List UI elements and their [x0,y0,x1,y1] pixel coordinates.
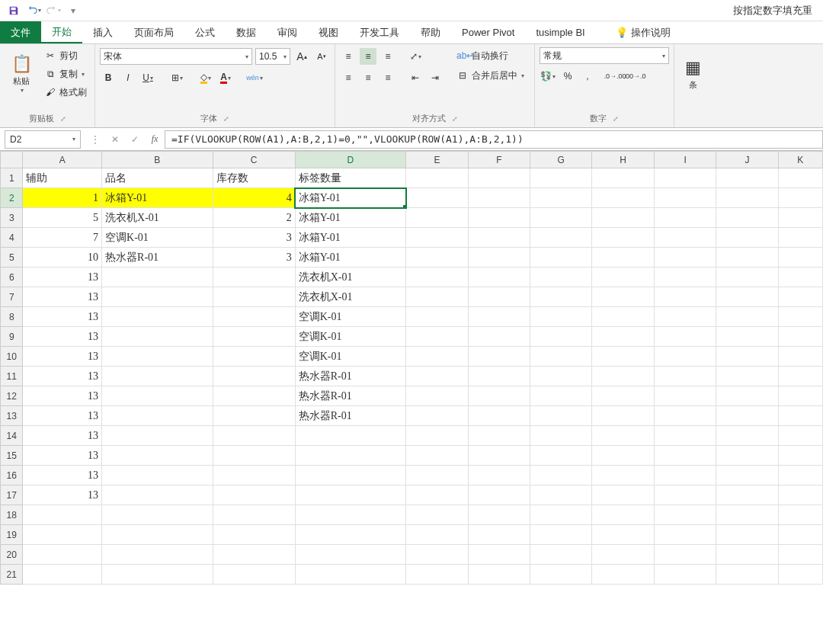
cell-H2[interactable] [592,188,654,208]
cell-G18[interactable] [530,505,592,525]
row-header-21[interactable]: 21 [1,565,23,585]
font-name-select[interactable]: 宋体▾ [100,48,252,65]
cell-B14[interactable] [102,426,213,446]
cell-F5[interactable] [468,248,530,268]
cell-B11[interactable] [102,367,213,386]
cell-J11[interactable] [716,367,778,386]
cell-C4[interactable]: 3 [213,228,295,248]
paste-button[interactable]: 📋 粘贴 ▾ [5,47,38,101]
percent-button[interactable]: % [559,68,576,85]
tell-me[interactable]: 💡 操作说明 [605,21,681,43]
cell-A12[interactable]: 13 [23,386,102,406]
tab-dev[interactable]: 开发工具 [349,21,410,43]
cell-H14[interactable] [592,426,654,446]
row-header-5[interactable]: 5 [1,248,23,268]
tab-review[interactable]: 审阅 [267,21,308,43]
cell-E8[interactable] [406,307,468,327]
cell-D8[interactable]: 空调K-01 [295,307,406,327]
italic-button[interactable]: I [120,69,136,86]
cell-K4[interactable] [778,228,822,248]
row-header-8[interactable]: 8 [1,307,23,327]
cell-I12[interactable] [654,386,716,406]
decrease-decimal-button[interactable]: .00→.0 [626,68,643,85]
col-header-E[interactable]: E [406,152,468,168]
align-right-button[interactable]: ≡ [379,69,396,86]
cell-B19[interactable] [102,525,213,545]
cell-J8[interactable] [716,307,778,327]
cell-D18[interactable] [295,505,406,525]
cell-J1[interactable] [716,168,778,188]
cell-J5[interactable] [716,248,778,268]
row-header-6[interactable]: 6 [1,268,23,287]
cell-A21[interactable] [23,565,102,585]
row-header-2[interactable]: 2 [1,188,23,208]
cell-A6[interactable]: 13 [23,268,102,287]
cell-C3[interactable]: 2 [213,208,295,228]
cell-B17[interactable] [102,485,213,505]
cell-H4[interactable] [592,228,654,248]
cell-G19[interactable] [530,525,592,545]
increase-indent-button[interactable]: ⇥ [427,69,444,86]
cell-G14[interactable] [530,426,592,446]
cell-D6[interactable]: 洗衣机X-01 [295,268,406,287]
cell-E12[interactable] [406,386,468,406]
cell-E20[interactable] [406,545,468,565]
col-header-I[interactable]: I [654,152,716,168]
comma-button[interactable]: , [579,68,596,85]
cell-I7[interactable] [654,287,716,307]
cell-I5[interactable] [654,248,716,268]
cell-K21[interactable] [778,565,822,585]
clipboard-launcher[interactable]: ⤢ [60,115,66,123]
col-header-A[interactable]: A [23,152,102,168]
cell-F9[interactable] [468,327,530,347]
cell-B10[interactable] [102,347,213,367]
row-header-4[interactable]: 4 [1,228,23,248]
cell-D15[interactable] [295,446,406,466]
cell-E15[interactable] [406,446,468,466]
cell-E11[interactable] [406,367,468,386]
cell-F18[interactable] [468,505,530,525]
cell-D5[interactable]: 冰箱Y-01 [295,248,406,268]
cell-C19[interactable] [213,525,295,545]
col-header-D[interactable]: D [295,152,406,168]
cell-C2[interactable]: 4 [213,188,295,208]
tab-formulas[interactable]: 公式 [184,21,226,43]
cell-K10[interactable] [778,347,822,367]
cell-K15[interactable] [778,446,822,466]
increase-font-button[interactable]: A▴ [293,48,310,65]
cell-C9[interactable] [213,327,295,347]
border-button[interactable]: ⊞▾ [168,69,185,86]
cell-F4[interactable] [468,228,530,248]
cell-C21[interactable] [213,565,295,585]
cell-B2[interactable]: 冰箱Y-01 [102,188,213,208]
cell-K14[interactable] [778,426,822,446]
cell-E19[interactable] [406,525,468,545]
cell-G8[interactable] [530,307,592,327]
merge-center-button[interactable]: ⊟合并后居中▾ [451,67,530,84]
cell-I14[interactable] [654,426,716,446]
cell-D13[interactable]: 热水器R-01 [295,406,406,426]
conditional-format-button[interactable]: ▦ 条 [679,47,706,101]
cell-I17[interactable] [654,485,716,505]
cell-E16[interactable] [406,466,468,485]
cell-G12[interactable] [530,386,592,406]
cell-J17[interactable] [716,485,778,505]
cell-A14[interactable]: 13 [23,426,102,446]
cell-A3[interactable]: 5 [23,208,102,228]
cell-A15[interactable]: 13 [23,446,102,466]
cell-D14[interactable] [295,426,406,446]
row-header-17[interactable]: 17 [1,485,23,505]
col-header-B[interactable]: B [102,152,213,168]
cell-D2[interactable]: 冰箱Y-01 [295,188,406,208]
cell-D7[interactable]: 洗衣机X-01 [295,287,406,307]
cell-F16[interactable] [468,466,530,485]
cell-A5[interactable]: 10 [23,248,102,268]
cell-K12[interactable] [778,386,822,406]
col-header-J[interactable]: J [716,152,778,168]
orientation-button[interactable]: ⤢▾ [407,48,424,65]
select-all-corner[interactable] [1,152,23,168]
cell-K13[interactable] [778,406,822,426]
cell-D11[interactable]: 热水器R-01 [295,367,406,386]
cell-G13[interactable] [530,406,592,426]
cell-K11[interactable] [778,367,822,386]
